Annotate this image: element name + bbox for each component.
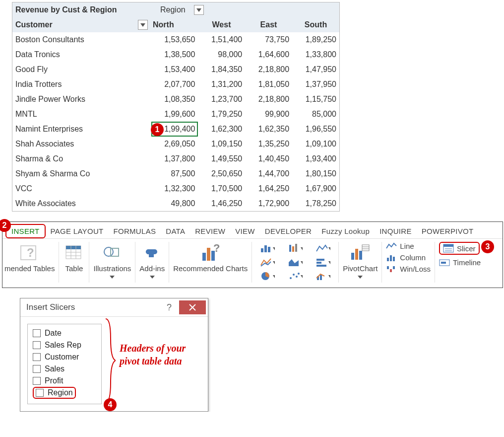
recommended-pivottables-button[interactable]: ? mended Tables	[4, 242, 55, 273]
surface-chart-dropdown[interactable]	[312, 242, 334, 255]
pivot-cell[interactable]: 85,000	[292, 107, 339, 122]
pivot-row-label[interactable]: Shah Associates	[12, 137, 151, 151]
pivot-cell[interactable]: 99,900	[245, 107, 292, 122]
slicer-button[interactable]: Slicer	[439, 242, 480, 255]
dialog-close-button[interactable]	[179, 300, 206, 314]
pivot-cell[interactable]: 1,09,100	[292, 137, 339, 151]
pivot-cell[interactable]: 1,09,150	[198, 137, 245, 151]
tab-powerpivot[interactable]: POWERPIVOT	[417, 225, 479, 237]
tab-developer[interactable]: DEVELOPER	[260, 225, 316, 237]
sparkline-winloss-button[interactable]: Win/Loss	[386, 265, 431, 273]
bar-chart-dropdown[interactable]	[256, 242, 279, 255]
pivot-cell[interactable]: 1,99,600	[151, 107, 198, 122]
stock-chart-dropdown[interactable]	[284, 242, 307, 255]
pivot-cell[interactable]: 1,32,300	[151, 181, 198, 196]
pivot-row-label[interactable]: Good Fly	[12, 62, 151, 77]
pivot-cell[interactable]: 1,49,550	[198, 151, 245, 166]
checkbox[interactable]	[33, 365, 41, 373]
pivot-cell[interactable]: 1,79,250	[198, 107, 245, 122]
pivot-cell[interactable]: 2,18,800	[245, 62, 292, 77]
pivot-cell[interactable]: 1,62,300	[198, 122, 245, 137]
pivot-cell[interactable]: 1,64,600	[245, 47, 292, 62]
pivot-cell[interactable]: 1,53,650	[151, 32, 198, 47]
pivot-cell[interactable]: 1,67,900	[292, 181, 339, 196]
checkbox[interactable]	[33, 353, 41, 361]
illustrations-button[interactable]: Illustrations	[93, 242, 131, 281]
tab-insert[interactable]: INSERT	[5, 224, 46, 238]
region-filter-dropdown[interactable]	[194, 5, 204, 15]
tab-data[interactable]: DATA	[161, 225, 190, 237]
customer-filter-dropdown[interactable]	[138, 20, 148, 30]
pivot-row-label[interactable]: India Trotters	[12, 77, 151, 92]
pivot-cell[interactable]: 1,51,400	[198, 32, 245, 47]
checkbox[interactable]	[33, 341, 41, 349]
pivot-cell[interactable]: 1,84,350	[198, 62, 245, 77]
pivot-cell[interactable]: 1,08,350	[151, 92, 198, 107]
pie-chart-dropdown[interactable]	[256, 270, 279, 283]
pivot-cell[interactable]: 1,37,800	[151, 151, 198, 166]
pivot-cell[interactable]: 1,44,700	[245, 166, 292, 181]
pivot-cell[interactable]: 1,64,250	[245, 181, 292, 196]
pivot-cell[interactable]: 1,89,250	[292, 32, 339, 47]
tab-view[interactable]: VIEW	[230, 225, 260, 237]
slicer-field-date[interactable]: Date	[33, 327, 96, 339]
pivot-cell[interactable]: 1,93,400	[292, 151, 339, 166]
dialog-help-button[interactable]: ?	[161, 300, 177, 314]
combo-chart-dropdown[interactable]	[312, 270, 334, 283]
timeline-button[interactable]: Timeline	[439, 258, 481, 267]
pivot-cell[interactable]: 49,800	[151, 196, 198, 211]
pivot-row-label[interactable]: Boston Consultants	[12, 32, 151, 47]
table-button[interactable]: Table	[63, 242, 85, 273]
pivot-cell[interactable]: 1,38,500	[151, 47, 198, 62]
pivot-cell[interactable]: 1,70,500	[198, 181, 245, 196]
checkbox[interactable]	[33, 329, 41, 337]
pivot-cell[interactable]: 2,18,800	[245, 92, 292, 107]
pivot-cell[interactable]: 1,72,900	[245, 196, 292, 211]
tab-page-layout[interactable]: PAGE LAYOUT	[46, 225, 109, 237]
pivot-cell[interactable]: 1,33,800	[292, 47, 339, 62]
slicer-field-region[interactable]: Region	[33, 387, 76, 399]
slicer-field-customer[interactable]: Customer	[33, 351, 96, 363]
pivot-cell[interactable]: 1,80,150	[292, 166, 339, 181]
pivot-row-label[interactable]: Sharma & Co	[12, 151, 151, 166]
pivot-cell[interactable]: 1,62,350	[245, 122, 292, 137]
pivot-cell[interactable]: 1,81,050	[245, 77, 292, 92]
pivot-row-label[interactable]: Jindle Power Works	[12, 92, 151, 107]
pivot-cell[interactable]: 1,31,200	[198, 77, 245, 92]
pivot-cell[interactable]: 1,53,400	[151, 62, 198, 77]
slicer-field-profit[interactable]: Profit	[33, 375, 96, 387]
pivot-cell[interactable]: 1,96,550	[292, 122, 339, 137]
sparkline-line-button[interactable]: Line	[386, 242, 414, 250]
pivot-cell[interactable]: 2,50,650	[198, 166, 245, 181]
pivotchart-button[interactable]: PivotChart	[343, 242, 378, 281]
pivot-cell[interactable]: 98,000	[198, 47, 245, 62]
pivot-cell[interactable]: 1,15,750	[292, 92, 339, 107]
line-chart-dropdown[interactable]	[256, 256, 279, 269]
pivot-row-label[interactable]: Namint Enterprises	[12, 122, 151, 137]
pivot-row-label[interactable]: MNTL	[12, 107, 151, 122]
tab-fuzzy-lookup[interactable]: Fuzzy Lookup	[316, 225, 375, 237]
pivot-cell[interactable]: 1,37,950	[292, 77, 339, 92]
slicer-field-sales-rep[interactable]: Sales Rep	[33, 339, 96, 351]
pivot-row-label[interactable]: Shyam & Sharma Co	[12, 166, 151, 181]
tab-review[interactable]: REVIEW	[190, 225, 230, 237]
slicer-field-sales[interactable]: Sales	[33, 363, 96, 375]
sparkline-column-button[interactable]: Column	[386, 253, 426, 262]
pivot-cell[interactable]: 73,750	[245, 32, 292, 47]
pivot-row-label[interactable]: Data Tronics	[12, 47, 151, 62]
pivot-cell[interactable]: 87,500	[151, 166, 198, 181]
pivot-cell[interactable]: 1,35,250	[245, 137, 292, 151]
pivot-row-label[interactable]: White Associates	[12, 196, 151, 211]
addins-button[interactable]: Add-ins	[139, 242, 165, 281]
checkbox[interactable]	[36, 389, 44, 397]
pivot-cell[interactable]: 2,69,050	[151, 137, 198, 151]
recommended-charts-button[interactable]: ? Recommended Charts	[173, 242, 248, 273]
pivot-row-label[interactable]: VCC	[12, 181, 151, 196]
area-chart-dropdown[interactable]	[284, 256, 307, 269]
pivot-cell[interactable]: 1,78,250	[292, 196, 339, 211]
checkbox[interactable]	[33, 377, 41, 385]
tab-formulas[interactable]: FORMULAS	[109, 225, 161, 237]
scatter-chart-dropdown[interactable]	[284, 270, 307, 283]
hbar-chart-dropdown[interactable]	[312, 256, 334, 269]
pivot-cell[interactable]: 1,23,700	[198, 92, 245, 107]
